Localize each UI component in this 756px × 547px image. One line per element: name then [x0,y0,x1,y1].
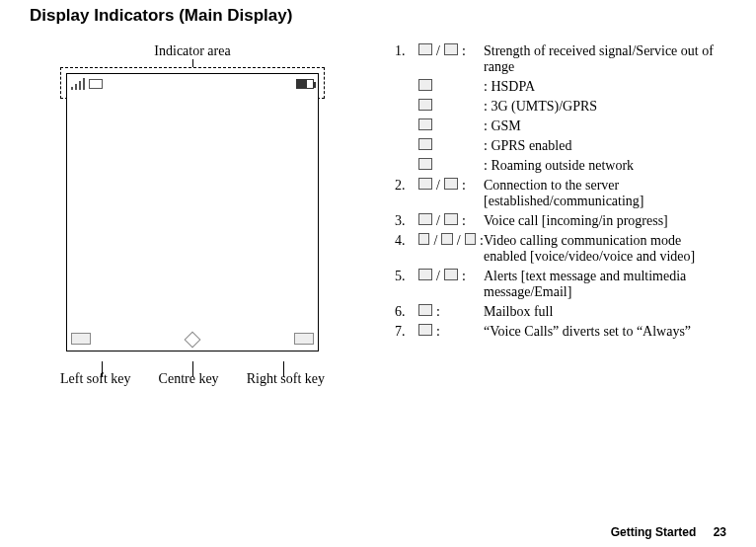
vc1-icon [418,233,429,245]
sub-entry-description: : Roaming outside network [484,158,726,174]
vc3-icon [465,233,476,245]
right-softkey-pointer [283,361,284,377]
vc2-icon [441,233,452,245]
msg2-icon [444,269,458,280]
colon: : [462,213,466,229]
3G-icon [418,99,432,111]
entry-number: 7. [395,324,418,340]
entry-icons: /: [418,213,484,229]
network-type-icon [89,79,103,89]
slash-separator: / [431,233,439,249]
sub-entry-icon-cell [395,99,484,115]
left-softkey-icon [71,333,91,345]
signal-icon [418,43,432,55]
entry-number: 6. [395,304,418,320]
battery-icon [296,79,314,89]
entry-icons: : [418,324,484,340]
centre-key-icon [185,332,200,346]
sub-entry-description: : HSDPA [484,79,726,95]
entry-description: Connection to the server [established/co… [484,178,726,209]
slash-separator: / [434,269,442,284]
entry-number: 4. [395,233,418,249]
footer-page-number: 23 [714,525,726,539]
mailbox-icon [418,304,432,316]
entry-number: 5. [395,269,418,284]
legend-sub-entry: : Roaming outside network [395,158,726,174]
entry-icons: : [418,304,484,320]
colon: : [436,324,440,340]
device-diagram: Indicator area [30,43,355,387]
page-footer: Getting Started 23 [611,525,726,539]
entry-description: Alerts [text message and multimedia mess… [484,269,726,300]
legend-entry: 6.:Mailbox full [395,304,726,320]
centre-key-label: Centre key [159,371,219,387]
entry-description: “Voice Calls” diverts set to “Always” [484,324,726,340]
legend-entry: 7.:“Voice Calls” diverts set to “Always” [395,324,726,340]
sub-entry-icon-cell [395,138,484,154]
entry-icons: /: [418,43,484,59]
right-softkey-icon [294,333,314,345]
left-soft-key-label: Left soft key [60,371,131,387]
entry-description: Voice call [incoming/in progress] [484,213,726,229]
GSM-icon [418,118,432,130]
colon: : [462,269,466,284]
colon: : [436,304,440,320]
legend-entry: 4.//:Video calling communication mode en… [395,233,726,265]
indicator-area-label: Indicator area [30,43,355,59]
entry-description: Strength of received signal/Service out … [484,43,726,75]
call-prog-icon [444,213,458,225]
colon: : [462,178,466,194]
status-bar [67,74,318,94]
legend-sub-entry: : HSDPA [395,79,726,95]
no-signal-icon [444,43,458,55]
entry-icons: /: [418,269,484,284]
signal-strength-icon [71,78,85,90]
right-soft-key-label: Right soft key [247,371,325,387]
sub-entry-description: : 3G (UMTS)/GPRS [484,99,726,115]
entry-description: Mailbox full [484,304,726,320]
G-icon [418,138,432,150]
soft-key-row [71,331,314,347]
sub-entry-icon-cell [395,158,484,174]
footer-section: Getting Started [611,525,697,539]
centre-key-pointer [192,361,193,377]
colon: : [462,43,466,59]
sub-entry-description: : GSM [484,118,726,134]
phone-screen-frame [66,73,319,352]
legend-entry: 1./:Strength of received signal/Service … [395,43,726,75]
entry-number: 1. [395,43,418,59]
divert-icon [418,324,432,336]
msg1-icon [418,269,432,280]
slash-separator: / [434,213,442,229]
legend-sub-entry: : GSM [395,118,726,134]
legend-entry: 2./:Connection to the server [establishe… [395,178,726,209]
entry-number: 3. [395,213,418,229]
indicator-legend: 1./:Strength of received signal/Service … [395,43,726,387]
legend-sub-entry: : 3G (UMTS)/GPRS [395,99,726,115]
legend-entry: 5./:Alerts [text message and multimedia … [395,269,726,300]
call-in-icon [418,213,432,225]
slash-separator: / [434,178,442,194]
page-heading: Display Indicators (Main Display) [30,6,726,26]
left-softkey-pointer [102,361,103,377]
slash-separator: / [434,43,442,59]
R-icon [418,158,432,170]
entry-icons: //: [418,233,484,249]
indicator-pointer-line [192,59,193,67]
sub-entry-description: : GPRS enabled [484,138,726,154]
entry-description: Video calling communication mode enabled… [484,233,726,265]
entry-icons: /: [418,178,484,194]
entry-number: 2. [395,178,418,194]
legend-entry: 3./:Voice call [incoming/in progress] [395,213,726,229]
legend-sub-entry: : GPRS enabled [395,138,726,154]
sub-entry-icon-cell [395,79,484,95]
3G+-icon [418,79,432,91]
sub-entry-icon-cell [395,118,484,134]
slash-separator: / [455,233,463,249]
srv2-icon [444,178,458,190]
srv1-icon [418,178,432,190]
